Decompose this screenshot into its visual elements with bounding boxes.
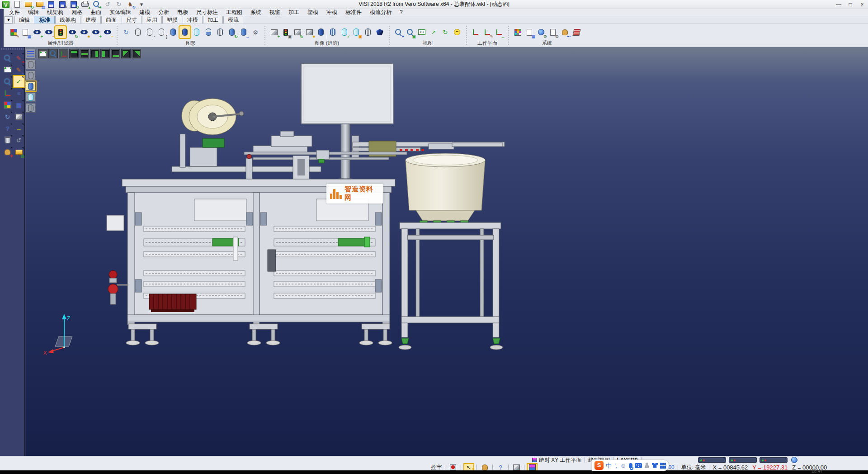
quick-help-icon[interactable]: ?	[496, 464, 505, 471]
menu-item[interactable]: 分析	[155, 9, 173, 16]
ribbon-tab-item[interactable]: 建模	[81, 16, 101, 24]
window-config-icon[interactable]: ⚙	[547, 26, 558, 38]
menu-item[interactable]: 标准件	[342, 9, 365, 16]
ribbon-tab-item[interactable]: 应用	[142, 16, 162, 24]
shaded-edges-view-icon[interactable]	[179, 26, 190, 38]
maximize-button[interactable]: □	[844, 0, 856, 9]
ribbon-tab-active[interactable]: 标准	[35, 16, 55, 24]
minimize-button[interactable]: —	[833, 0, 844, 9]
vp-mesh-icon[interactable]	[26, 103, 36, 113]
filter-toggle-icon[interactable]: ±	[79, 26, 90, 38]
render-settings-icon[interactable]: ⚙	[250, 26, 261, 38]
pan-view-icon[interactable]: ↗	[428, 26, 439, 38]
ribbon-tab-item[interactable]: 曲面	[101, 16, 121, 24]
filter-add-icon[interactable]: +	[32, 26, 42, 38]
import-file-icon[interactable]: ▤	[35, 0, 45, 9]
pick-hand-icon[interactable]	[480, 464, 489, 471]
iso-view-2-icon[interactable]	[132, 49, 141, 58]
ribbon-tab-item[interactable]: 塑膜	[162, 16, 182, 24]
menu-item[interactable]: 建模	[136, 9, 154, 16]
spline-icon[interactable]: ≈	[14, 88, 24, 99]
ime-person-icon[interactable]	[644, 462, 650, 469]
solids-traffic-light-icon[interactable]: ▣	[280, 26, 291, 38]
workplane-entity-icon[interactable]: ✎	[482, 26, 493, 38]
attribute-copy-icon[interactable]: ▦	[20, 26, 31, 38]
copy-shaded-icon[interactable]: →	[238, 26, 249, 38]
iso-view-icon[interactable]	[121, 49, 131, 58]
shaded-view-icon[interactable]	[168, 26, 179, 38]
edit-curve-icon[interactable]: ✎≈	[14, 64, 24, 75]
undo-step-icon[interactable]: ↺	[14, 135, 24, 146]
mesh-solid-icon[interactable]	[363, 26, 373, 38]
menu-item[interactable]: 视窗	[266, 9, 284, 16]
workplane-align-icon[interactable]: ↔	[494, 26, 505, 38]
gem-shading-icon[interactable]	[374, 26, 385, 38]
color-table-icon[interactable]	[512, 26, 523, 38]
menu-item[interactable]: 尺寸标注	[193, 9, 222, 16]
back-view-icon[interactable]	[111, 49, 120, 58]
regen-solid-icon[interactable]: ↻	[226, 26, 237, 38]
print-preview-icon[interactable]: ●	[91, 0, 101, 9]
filter-traffic-light-icon[interactable]	[55, 26, 66, 38]
print-icon[interactable]: ▴	[80, 0, 90, 9]
viewport-3d[interactable]: Z X · 智造资料网	[25, 47, 868, 456]
menu-item[interactable]: 冲模	[323, 9, 341, 16]
striped-cylinder-icon[interactable]	[327, 26, 338, 38]
network-globe-icon[interactable]	[791, 457, 797, 463]
verify-solid-icon[interactable]: ✓	[339, 26, 350, 38]
menu-item[interactable]: 电极	[174, 9, 192, 16]
navigator-wheel-icon[interactable]: ✚	[2, 147, 13, 157]
visi-logo-icon[interactable]: V	[1, 0, 11, 9]
ime-mode-indicator[interactable]: 中	[606, 462, 612, 469]
delete-entities-icon[interactable]	[2, 135, 13, 146]
refresh-solids-icon[interactable]: ↻	[292, 26, 303, 38]
ime-keyboard-icon[interactable]	[635, 462, 642, 469]
close-button[interactable]: ×	[856, 0, 868, 9]
ribbon-tab-item[interactable]: 编辑	[14, 16, 34, 24]
open-file-icon[interactable]: ↻	[24, 0, 33, 9]
menu-item[interactable]: 文件	[5, 9, 24, 16]
regenerate-icon[interactable]: ↻	[2, 111, 13, 122]
attributes-brush-icon[interactable]: ✎	[8, 26, 19, 38]
menu-item[interactable]: ?	[396, 9, 406, 16]
tab-list-dropdown[interactable]: ▼	[5, 16, 13, 24]
select-zoom-icon[interactable]	[2, 52, 13, 63]
ime-skin-icon[interactable]	[652, 462, 658, 469]
layer-attributes-icon[interactable]	[2, 100, 13, 110]
settings-panel-icon[interactable]: ▦	[524, 26, 535, 38]
lock-label[interactable]: 拴牢	[431, 464, 442, 471]
ribbon-tab-item[interactable]: 模流	[223, 16, 243, 24]
confirm-check-icon[interactable]: ✓	[14, 76, 24, 87]
view-zoom-icon[interactable]	[48, 49, 58, 58]
mesh-view-icon[interactable]	[215, 26, 226, 38]
menu-item[interactable]: 网格	[68, 9, 86, 16]
toolbar-options-icon[interactable]: ▾	[137, 0, 146, 9]
zoom-window-icon[interactable]: ▣	[405, 26, 415, 38]
menu-item[interactable]: 实体编辑	[106, 9, 135, 16]
ribbon-tab-item[interactable]: 冲模	[183, 16, 203, 24]
zoom-dynamic-icon[interactable]: ±	[2, 76, 13, 87]
new-view-plane-icon[interactable]	[38, 49, 47, 58]
front-view-icon[interactable]	[80, 49, 89, 58]
save-all-icon[interactable]: ↻	[69, 0, 79, 9]
view-axis-icon[interactable]	[59, 49, 68, 58]
workplane-cs-icon[interactable]	[470, 26, 481, 38]
hide-entities-icon[interactable]: −	[102, 26, 113, 38]
right-view-icon[interactable]	[90, 49, 99, 58]
sogou-logo-icon[interactable]: S	[594, 462, 604, 469]
rotate-view-icon[interactable]: ↻	[440, 26, 451, 38]
select-cursor-icon[interactable]: ↖*	[464, 464, 473, 471]
units-label[interactable]: 单位: 毫米	[681, 464, 706, 471]
menu-item[interactable]: 加工	[285, 9, 303, 16]
ime-emoji-icon[interactable]: ☺	[620, 462, 626, 469]
layer-color-block[interactable]	[729, 457, 757, 463]
view-list-icon[interactable]	[26, 49, 36, 58]
menu-item[interactable]: 编辑	[24, 9, 42, 16]
ime-toolbox-icon[interactable]	[660, 462, 666, 469]
hidden-line-view-icon[interactable]: ·	[144, 26, 155, 38]
redo-icon[interactable]: ↻	[114, 0, 124, 9]
ime-mic-icon[interactable]	[628, 462, 632, 469]
menu-item[interactable]: 工程图	[222, 9, 246, 16]
menu-item[interactable]: 系统	[247, 9, 265, 16]
zoom-in-icon[interactable]: +	[393, 26, 404, 38]
